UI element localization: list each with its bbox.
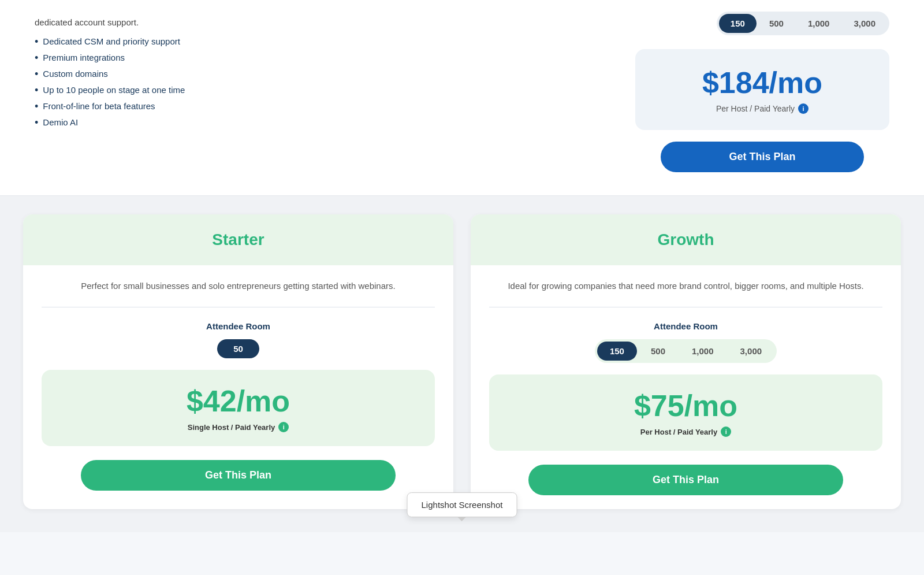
attendee-label-starter: Attendee Room	[42, 321, 435, 331]
plan-cta-button-starter[interactable]: Get This Plan	[81, 460, 396, 491]
plan-header-growth: Growth	[471, 214, 901, 265]
plan-price-box-growth: $75/moPer Host / Paid Yearlyi	[489, 374, 882, 451]
plan-name-growth: Growth	[482, 231, 889, 249]
attendee-option-500[interactable]: 500	[758, 14, 795, 33]
plan-config-starter: Attendee Room50$42/moSingle Host / Paid …	[42, 307, 435, 491]
top-price-amount: $184/mo	[658, 65, 866, 100]
attendee-option-3,000[interactable]: 3,000	[842, 14, 887, 33]
plan-header-starter: Starter	[23, 214, 453, 265]
page-wrapper: dedicated account support. Dedicated CSM…	[0, 0, 924, 532]
plan-description-growth: Ideal for growing companies that need mo…	[489, 279, 882, 307]
feature-list: Dedicated CSM and priority supportPremiu…	[35, 36, 601, 128]
plan-config-growth: Attendee Room1505001,0003,000$75/moPer H…	[489, 307, 882, 495]
plan-price-amount-growth: $75/mo	[501, 388, 871, 423]
feature-item: Front-of-line for beta features	[35, 101, 601, 112]
top-price-period: Per Host / Paid Yearly i	[658, 103, 866, 114]
plan-price-period-growth: Per Host / Paid Yearlyi	[501, 426, 871, 437]
lightshot-tooltip: Lightshot Screenshot	[407, 492, 517, 517]
feature-item: Up to 10 people on stage at one time	[35, 85, 601, 95]
plan-price-amount-starter: $42/mo	[53, 384, 423, 418]
top-attendee-selector: 1505001,0003,000	[717, 12, 889, 35]
attendee-selector-growth: 1505001,0003,000	[595, 339, 777, 363]
plan-cta-button-growth[interactable]: Get This Plan	[528, 465, 843, 495]
attendee-btn-growth-3,000[interactable]: 3,000	[728, 342, 775, 361]
attendee-single-starter: 50	[42, 339, 435, 358]
plan-price-box-starter: $42/moSingle Host / Paid Yearlyi	[42, 370, 435, 446]
plan-card-starter: StarterPerfect for small businesses and …	[23, 214, 453, 509]
top-cta-button[interactable]: Get This Plan	[661, 142, 864, 172]
feature-item: Premium integrations	[35, 53, 601, 63]
top-info-icon[interactable]: i	[798, 103, 808, 114]
attendee-btn-growth-1,000[interactable]: 1,000	[679, 342, 726, 361]
top-right: 1505001,0003,000 $184/mo Per Host / Paid…	[635, 12, 889, 172]
plan-card-growth: GrowthIdeal for growing companies that n…	[471, 214, 901, 509]
plans-section: StarterPerfect for small businesses and …	[0, 214, 924, 532]
attendee-label-growth: Attendee Room	[489, 321, 882, 331]
feature-item: Custom domains	[35, 69, 601, 79]
info-icon-starter[interactable]: i	[278, 422, 289, 432]
intro-text: dedicated account support.	[35, 17, 601, 27]
plan-name-starter: Starter	[35, 231, 442, 249]
top-price-box: $184/mo Per Host / Paid Yearly i	[635, 49, 889, 130]
plan-price-period-starter: Single Host / Paid Yearlyi	[53, 422, 423, 432]
attendee-option-1,000[interactable]: 1,000	[796, 14, 841, 33]
feature-item: Demio AI	[35, 117, 601, 128]
attendee-btn-growth-150[interactable]: 150	[597, 342, 637, 361]
info-icon-growth[interactable]: i	[721, 426, 731, 437]
feature-item: Dedicated CSM and priority support	[35, 36, 601, 47]
top-left: dedicated account support. Dedicated CSM…	[35, 12, 601, 172]
plan-body-starter: Perfect for small businesses and solo en…	[23, 265, 453, 504]
plan-body-growth: Ideal for growing companies that need mo…	[471, 265, 901, 509]
section-divider	[0, 196, 924, 214]
plan-description-starter: Perfect for small businesses and solo en…	[42, 279, 435, 307]
attendee-btn-growth-500[interactable]: 500	[638, 342, 678, 361]
attendee-pill-starter: 50	[217, 339, 259, 358]
attendee-option-150[interactable]: 150	[719, 14, 757, 33]
top-section: dedicated account support. Dedicated CSM…	[0, 0, 924, 196]
